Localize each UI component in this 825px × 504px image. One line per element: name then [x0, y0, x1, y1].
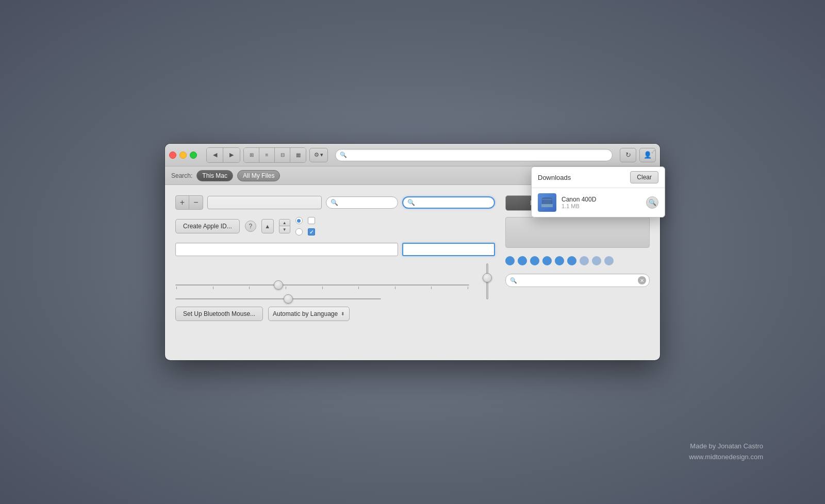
- left-panel: + − 🔍 🔍 Create Apple ID... ? ▲: [175, 195, 495, 350]
- search-clear-icon: 🔍: [510, 277, 517, 284]
- add-remove-group: + −: [175, 195, 203, 210]
- slider-ticks: [175, 287, 469, 289]
- download-icon: [538, 193, 556, 212]
- download-item: Canon 400D 1.1 MB 🔍: [532, 188, 665, 217]
- language-dropdown[interactable]: Automatic by Language ⬍: [268, 307, 350, 321]
- horizontal-slider-wrap: [175, 280, 469, 299]
- radio-circle-2[interactable]: [295, 228, 303, 236]
- download-name: Canon 400D: [562, 196, 641, 203]
- text-input-wide: [207, 196, 322, 209]
- main-window: ⤢ ◀ ▶ ⊞ ≡ ⊟ ▦ ⚙ ▾ 🔍: [165, 144, 660, 360]
- svg-rect-1: [542, 199, 552, 200]
- clear-button[interactable]: Clear: [630, 171, 658, 183]
- create-apple-id-button[interactable]: Create Apple ID...: [175, 219, 240, 233]
- sort-up-button[interactable]: ▲: [261, 219, 274, 233]
- dot-9[interactable]: [604, 256, 614, 265]
- radio-group: [295, 217, 303, 236]
- minimize-button[interactable]: [179, 152, 187, 159]
- slider-thumb-1[interactable]: [274, 280, 283, 290]
- refresh-button[interactable]: ↻: [620, 148, 636, 162]
- radio-circle-1[interactable]: [295, 217, 303, 224]
- view-cover-btn[interactable]: ▦: [290, 148, 306, 162]
- radio-item-2[interactable]: [295, 228, 303, 236]
- stepper-down[interactable]: ▼: [279, 226, 290, 233]
- dots-row: [505, 254, 650, 267]
- nav-buttons: ◀ ▶: [206, 147, 240, 163]
- search-blue-icon: 🔍: [407, 199, 415, 206]
- bottom-row: Set Up Bluetooth Mouse... Automatic by L…: [175, 307, 495, 325]
- resize-handle[interactable]: ⤢: [651, 148, 656, 155]
- view-icon-btn[interactable]: ⊞: [244, 148, 259, 162]
- close-button[interactable]: [169, 152, 176, 159]
- input-field-blue[interactable]: [402, 243, 495, 256]
- dot-1[interactable]: [505, 256, 515, 265]
- downloads-title: Downloads: [538, 174, 571, 181]
- download-size: 1.1 MB: [562, 203, 641, 209]
- search-label: Search:: [171, 172, 192, 179]
- language-label: Automatic by Language: [273, 310, 338, 317]
- magnify-button[interactable]: 🔍: [646, 196, 658, 209]
- toolbar: ◀ ▶ ⊞ ≡ ⊟ ▦ ⚙ ▾ 🔍 ↻ 👤: [206, 147, 656, 163]
- input-field-1[interactable]: [175, 243, 398, 256]
- search-icon: 🔍: [340, 152, 347, 158]
- slider-container: [175, 263, 495, 299]
- slider-vertical-thumb[interactable]: [483, 273, 492, 282]
- action-button[interactable]: ⚙ ▾: [309, 148, 328, 162]
- help-button[interactable]: ?: [245, 221, 256, 232]
- titlebar: ◀ ▶ ⊞ ≡ ⊟ ▦ ⚙ ▾ 🔍 ↻ 👤: [165, 144, 660, 166]
- search-clear-row: 🔍 ✕: [505, 274, 650, 287]
- checkbox-group: [308, 217, 315, 236]
- stepper: ▲ ▼: [279, 219, 290, 233]
- right-panel: Desktop Screen Saver 🔍 ✕: [505, 195, 650, 350]
- dot-6[interactable]: [567, 256, 576, 265]
- checkbox-1[interactable]: [308, 217, 315, 224]
- svg-rect-2: [541, 204, 553, 207]
- checkbox-2[interactable]: [308, 228, 315, 236]
- scope-this-mac[interactable]: This Mac: [196, 170, 233, 181]
- slider-track-2: [175, 298, 381, 299]
- action-arrow-icon: ▾: [320, 152, 323, 158]
- wide-text-field[interactable]: [211, 196, 318, 204]
- view-list-btn[interactable]: ≡: [259, 148, 275, 162]
- preview-box: [505, 217, 650, 248]
- appleid-row: Create Apple ID... ? ▲ ▲ ▼: [175, 217, 495, 236]
- view-buttons: ⊞ ≡ ⊟ ▦: [243, 147, 306, 163]
- slider-track-1: [175, 284, 469, 285]
- add-button[interactable]: +: [176, 196, 189, 209]
- dot-7[interactable]: [580, 256, 589, 265]
- vertical-slider-wrap: [480, 263, 495, 299]
- slider-thumb-2[interactable]: [284, 294, 293, 304]
- remove-button[interactable]: −: [189, 196, 203, 209]
- gear-icon: ⚙: [314, 152, 319, 158]
- slider-vertical: [486, 263, 488, 299]
- dot-2[interactable]: [518, 256, 527, 265]
- search-input-blue[interactable]: 🔍: [402, 196, 495, 209]
- dot-4[interactable]: [542, 256, 552, 265]
- controls-row: + − 🔍 🔍: [175, 195, 495, 210]
- back-button[interactable]: ◀: [207, 148, 223, 162]
- radio-item-1[interactable]: [295, 217, 303, 224]
- dot-5[interactable]: [555, 256, 564, 265]
- downloads-popup: Downloads Clear Canon 400D 1.1 MB 🔍: [531, 166, 665, 217]
- dropdown-arrow-icon: ⬍: [341, 311, 345, 316]
- clear-search-button[interactable]: ✕: [638, 276, 646, 284]
- input-row: [175, 243, 495, 256]
- stepper-up[interactable]: ▲: [279, 220, 290, 226]
- dot-3[interactable]: [530, 256, 539, 265]
- dot-8[interactable]: [592, 256, 601, 265]
- bluetooth-button[interactable]: Set Up Bluetooth Mouse...: [175, 307, 263, 321]
- credit-text: Made by Jonatan Castro www.midtonedesign…: [689, 441, 763, 463]
- downloads-header: Downloads Clear: [532, 167, 665, 188]
- search-input-small[interactable]: 🔍: [326, 196, 398, 209]
- search-small-icon: 🔍: [331, 199, 338, 206]
- view-column-btn[interactable]: ⊟: [275, 148, 290, 162]
- scope-all-files[interactable]: All My Files: [237, 170, 280, 181]
- main-search-bar[interactable]: 🔍: [335, 149, 613, 161]
- download-info: Canon 400D 1.1 MB: [562, 196, 641, 209]
- forward-button[interactable]: ▶: [223, 148, 240, 162]
- maximize-button[interactable]: [190, 152, 197, 159]
